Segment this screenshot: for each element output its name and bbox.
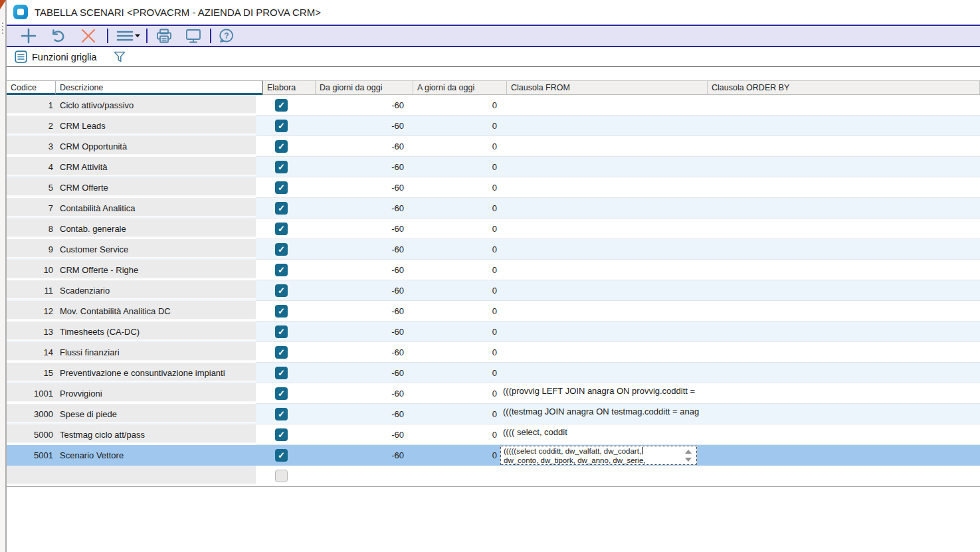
row-code: 11 (7, 280, 53, 301)
column-header-elabora[interactable]: Elabora (262, 80, 316, 95)
new-row[interactable] (7, 466, 980, 486)
elabora-checkbox[interactable]: ✓ (275, 367, 288, 379)
a-value: 0 (431, 342, 497, 363)
table-row[interactable]: 2 CRM Leads ✓ -60 0 (7, 116, 980, 136)
table-row[interactable]: 8 Contab. generale ✓ -60 0 (7, 219, 980, 239)
from-value: (((( select, coddit (503, 426, 567, 438)
da-value: -60 (324, 445, 404, 466)
da-value: -60 (324, 157, 404, 177)
column-header-a-giorni[interactable]: A giorni da oggi (413, 80, 507, 95)
da-value: -60 (324, 95, 404, 116)
table-row[interactable]: 14 Flussi finanziari ✓ -60 0 (7, 342, 980, 363)
editor-line2: dw_conto, dw_tipork, dw_anno, dw_serie, (504, 456, 675, 466)
a-value: 0 (431, 280, 497, 301)
row-code: 15 (7, 363, 53, 383)
a-value: 0 (431, 322, 497, 342)
elabora-checkbox[interactable]: ✓ (275, 99, 288, 112)
row-desc: Flussi finanziari (60, 342, 120, 363)
elabora-checkbox[interactable]: ✓ (275, 181, 288, 194)
elabora-checkbox[interactable]: ✓ (275, 120, 288, 132)
svg-text:?: ? (224, 31, 229, 41)
a-value: 0 (431, 260, 497, 280)
funnel-icon[interactable] (112, 49, 128, 65)
a-value: 0 (431, 363, 497, 383)
row-code: 14 (7, 342, 53, 363)
table-row[interactable]: 3 CRM Opportunità ✓ -60 0 (7, 136, 980, 157)
grip-dot (2, 23, 3, 24)
row-code: 5 (7, 177, 53, 198)
table-row[interactable]: 9 Customer Service ✓ -60 0 (7, 239, 980, 260)
column-header-descrizione[interactable]: Descrizione (56, 80, 262, 95)
row-desc: Contabilità Analitica (60, 198, 135, 219)
table-row[interactable]: 5001 Scenario Vettore ✓ -60 0 (((((selec… (7, 445, 980, 466)
da-value: -60 (324, 383, 404, 404)
column-header-codice[interactable]: Codice (7, 80, 56, 95)
row-desc: CRM Leads (60, 116, 106, 136)
elabora-checkbox[interactable]: ✓ (275, 305, 288, 318)
new-row-checkbox[interactable] (275, 470, 288, 482)
column-header-da-giorni[interactable]: Da giorni da oggi (316, 80, 413, 95)
funzioni-griglia-button[interactable]: Funzioni griglia (12, 48, 100, 65)
row-desc: Provvigioni (60, 383, 102, 404)
toolbar-separator (146, 29, 147, 43)
from-value: (((provvig LEFT JOIN anagra ON provvig.c… (503, 385, 695, 397)
row-desc: Spese di piede (60, 404, 117, 424)
row-desc: Mov. Contabilità Analitica DC (60, 301, 171, 322)
row-code: 10 (7, 260, 53, 280)
spinner-up-icon[interactable] (685, 450, 692, 454)
elabora-checkbox[interactable]: ✓ (275, 202, 288, 215)
funzioni-griglia-label: Funzioni griglia (32, 52, 97, 62)
a-value: 0 (431, 424, 497, 445)
grip-dot (2, 29, 3, 31)
a-value: 0 (431, 301, 497, 322)
da-value: -60 (324, 363, 404, 383)
da-value: -60 (324, 219, 404, 239)
row-desc: Preventivazione e consuntivazione impian… (60, 363, 225, 383)
elabora-checkbox[interactable]: ✓ (275, 325, 288, 338)
title-bar: TABELLA SCENARI <PROVACRM - AZIENDA DI P… (7, 0, 980, 25)
from-editor[interactable]: (((((select codditt, dw_valfatt, dw_coda… (500, 446, 697, 465)
table-row[interactable]: 4 CRM Attività ✓ -60 0 (7, 157, 980, 177)
add-icon[interactable] (20, 28, 37, 44)
grid-list-icon (15, 50, 27, 63)
row-code: 5001 (7, 445, 53, 466)
da-value: -60 (324, 177, 404, 198)
da-value: -60 (324, 322, 404, 342)
elabora-checkbox[interactable]: ✓ (275, 161, 288, 173)
elabora-checkbox[interactable]: ✓ (275, 243, 288, 256)
help-icon[interactable]: ? (218, 28, 235, 44)
table-row[interactable]: 10 CRM Offerte - Righe ✓ -60 0 (7, 260, 980, 280)
elabora-checkbox[interactable]: ✓ (275, 428, 288, 441)
spinner-down-icon[interactable] (685, 458, 692, 462)
row-code: 9 (7, 239, 53, 260)
toolbar-separator (210, 29, 211, 43)
preview-icon[interactable] (185, 28, 202, 44)
elabora-checkbox[interactable]: ✓ (275, 346, 288, 359)
table-row[interactable]: 3000 Spese di piede ✓ -60 0 (((testmag J… (7, 404, 980, 424)
table-row[interactable]: 1 Ciclo attivo/passivo ✓ -60 0 (7, 95, 980, 116)
da-value: -60 (324, 280, 404, 301)
table-row[interactable]: 13 Timesheets (CA-DC) ✓ -60 0 (7, 322, 980, 342)
elabora-checkbox[interactable]: ✓ (275, 284, 288, 297)
elabora-checkbox[interactable]: ✓ (275, 264, 288, 276)
elabora-checkbox[interactable]: ✓ (275, 449, 288, 462)
row-code: 2 (7, 116, 53, 136)
new-row-fixed-cells (7, 466, 256, 485)
elabora-checkbox[interactable]: ✓ (275, 408, 288, 420)
column-header-clausola-from[interactable]: Clausola FROM (507, 80, 708, 95)
table-row[interactable]: 7 Contabilità Analitica ✓ -60 0 (7, 198, 980, 219)
elabora-checkbox[interactable]: ✓ (275, 223, 288, 235)
table-row[interactable]: 5 CRM Offerte ✓ -60 0 (7, 177, 980, 198)
elabora-checkbox[interactable]: ✓ (275, 387, 288, 400)
table-row[interactable]: 11 Scadenziario ✓ -60 0 (7, 280, 980, 301)
elabora-checkbox[interactable]: ✓ (275, 140, 288, 153)
undo-icon[interactable] (49, 28, 66, 44)
delete-icon[interactable] (80, 28, 97, 44)
table-row[interactable]: 1001 Provvigioni ✓ -60 0 (((provvig LEFT… (7, 383, 980, 404)
print-icon[interactable] (155, 28, 173, 44)
menu-icon[interactable] (116, 28, 141, 44)
table-row[interactable]: 15 Preventivazione e consuntivazione imp… (7, 363, 980, 383)
column-header-clausola-order-by[interactable]: Clausola ORDER BY (708, 80, 980, 95)
table-row[interactable]: 12 Mov. Contabilità Analitica DC ✓ -60 0 (7, 301, 980, 322)
table-row[interactable]: 5000 Testmag ciclo att/pass ✓ -60 0 ((((… (7, 424, 980, 445)
